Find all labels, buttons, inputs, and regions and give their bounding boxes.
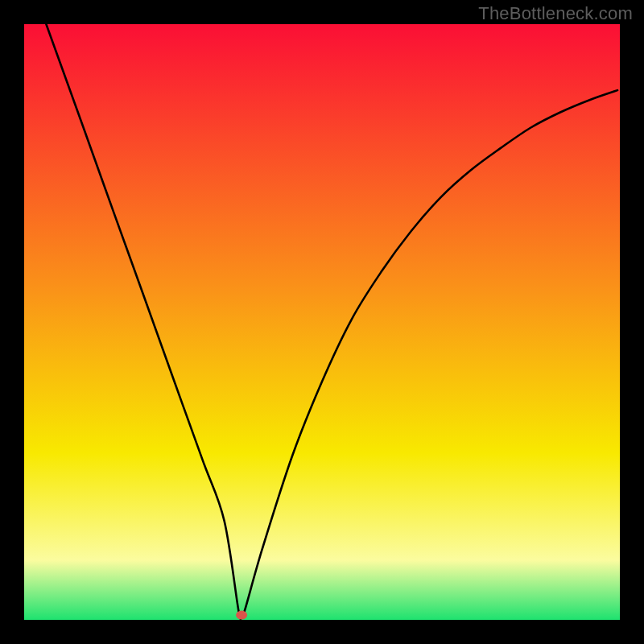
chart-svg (0, 0, 644, 644)
plot-background (24, 24, 620, 620)
chart-frame: TheBottleneck.com (0, 0, 644, 644)
watermark-text: TheBottleneck.com (478, 3, 633, 24)
optimal-marker (236, 611, 247, 620)
